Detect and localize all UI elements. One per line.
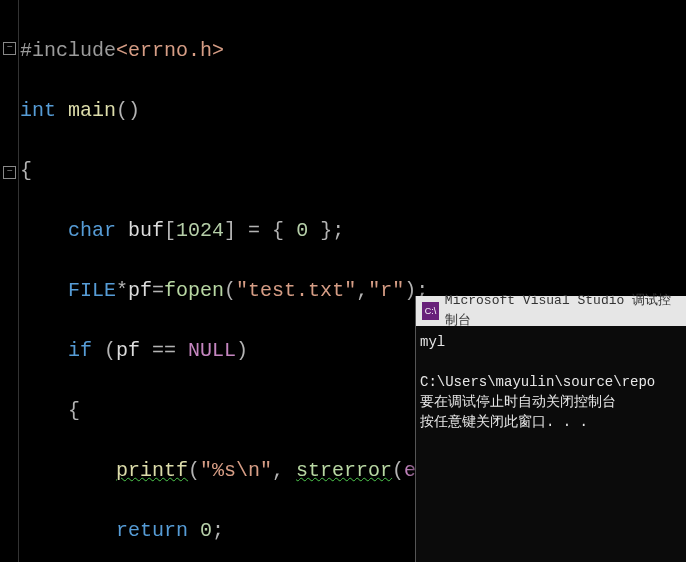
console-line: myl bbox=[420, 334, 445, 350]
vs-icon: C:\ bbox=[422, 302, 439, 320]
console-titlebar[interactable]: C:\ Microsoft Visual Studio 调试控制台 bbox=[416, 296, 686, 326]
keyword-return: return bbox=[116, 519, 188, 542]
console-title-text: Microsoft Visual Studio 调试控制台 bbox=[445, 291, 681, 331]
preprocessor-directive: #include bbox=[20, 39, 116, 62]
macro-null: NULL bbox=[188, 339, 236, 362]
editor-gutter: − − bbox=[0, 0, 19, 562]
code-line: char buf[1024] = { 0 }; bbox=[20, 216, 500, 246]
console-line: C:\Users\mayulin\source\repo bbox=[420, 374, 655, 390]
keyword-int: int bbox=[20, 99, 56, 122]
code-line: #include<errno.h> bbox=[20, 36, 500, 66]
code-line: { bbox=[20, 156, 500, 186]
console-output: myl C:\Users\mayulin\source\repo 要在调试停止时… bbox=[416, 326, 686, 438]
function-fopen: fopen bbox=[164, 279, 224, 302]
header-name: <errno.h> bbox=[116, 39, 224, 62]
ident-pf: pf bbox=[128, 279, 152, 302]
keyword-char: char bbox=[68, 219, 116, 242]
function-printf: printf bbox=[116, 459, 188, 482]
console-line: 要在调试停止时自动关闭控制台 bbox=[420, 394, 616, 410]
code-line: int main() bbox=[20, 96, 500, 126]
function-main: main bbox=[68, 99, 116, 122]
type-file: FILE bbox=[68, 279, 116, 302]
function-strerror: strerror bbox=[296, 459, 392, 482]
ident-buf: buf bbox=[128, 219, 164, 242]
fold-toggle-if[interactable]: − bbox=[3, 166, 16, 179]
debug-console-window[interactable]: C:\ Microsoft Visual Studio 调试控制台 myl C:… bbox=[415, 296, 686, 562]
fold-toggle-main[interactable]: − bbox=[3, 42, 16, 55]
console-line: 按任意键关闭此窗口. . . bbox=[420, 414, 588, 430]
keyword-if: if bbox=[68, 339, 92, 362]
